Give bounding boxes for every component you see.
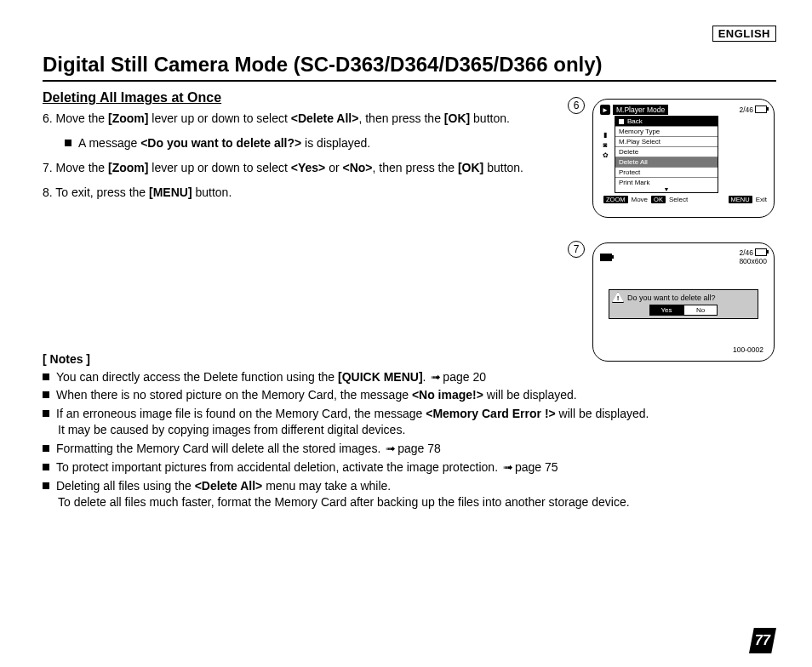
page-number: 77: [749, 628, 776, 653]
note-item: If an erroneous image file is found on t…: [43, 406, 776, 438]
notes-list: You can directly access the Delete funct…: [43, 369, 776, 510]
menu-list: Back Memory Type M.Play Select Delete De…: [615, 116, 718, 193]
page-ref-icon: [429, 370, 443, 384]
step-6: 6. Move the [Zoom] lever up or down to s…: [43, 111, 570, 127]
resolution-label: 800x600: [739, 257, 767, 265]
note-item: When there is no stored picture on the M…: [43, 387, 776, 403]
bullet-icon: [43, 445, 49, 452]
page-title: Digital Still Camera Mode (SC-D363/D364/…: [43, 53, 776, 77]
dialog-no-button[interactable]: No: [683, 305, 718, 316]
confirm-dialog: ! Do you want to delete all? Yes No: [609, 289, 758, 319]
menu-item-mplay-select[interactable]: M.Play Select: [615, 136, 718, 146]
status-info: 2/46 800x600: [739, 248, 767, 265]
bullet-icon: [43, 391, 49, 398]
bullet-icon: [43, 482, 49, 489]
ok-chip: OK: [651, 196, 666, 203]
bullet-icon: [43, 373, 49, 380]
step-8: 8. To exit, press the [MENU] button.: [43, 185, 570, 201]
zoom-chip: ZOOM: [603, 196, 628, 203]
dialog-message: Do you want to delete all?: [627, 294, 716, 302]
menu-item-protect[interactable]: Protect: [615, 167, 718, 177]
bullet-icon: [43, 464, 49, 470]
menu-item-delete-all[interactable]: Delete All: [615, 157, 718, 167]
menu-item-back[interactable]: Back: [615, 117, 718, 126]
camera-icon: ◙: [600, 140, 610, 149]
playback-icon: ►: [600, 105, 610, 115]
mode-title: M.Player Mode: [613, 105, 668, 115]
camera-screen-7: 7 2/46 800x600 ! Do you want to delete a…: [592, 242, 775, 362]
gear-icon: ✿: [600, 151, 610, 159]
image-counter: 2/46: [739, 105, 767, 114]
page-ref-icon: [384, 442, 397, 455]
page-ref-icon: [501, 460, 515, 474]
note-item: Deleting all files using the <Delete All…: [43, 478, 776, 510]
help-bar: ZOOMMove OKSelect MENUExit: [603, 196, 767, 203]
menu-scroll-down-icon: ▼: [615, 187, 718, 192]
note-item: Formatting the Memory Card will delete a…: [43, 441, 776, 457]
step-6-sub: A message <Do you want to delete all?> i…: [43, 135, 570, 151]
warning-icon: !: [612, 292, 624, 303]
battery-icon: [755, 105, 767, 113]
sd-card-icon: ▮: [600, 130, 610, 139]
menu-item-delete[interactable]: Delete: [615, 146, 718, 157]
menu-chip: MENU: [729, 196, 752, 203]
step-badge-6: 6: [568, 97, 585, 114]
file-id-label: 100-0002: [733, 345, 763, 354]
note-item: To protect important pictures from accid…: [43, 459, 776, 476]
camera-screen-6: 6 ► M.Player Mode 2/46 ▮ ◙ ✿ Back Memory…: [592, 99, 775, 218]
bullet-icon: [65, 140, 71, 146]
bullet-icon: [43, 410, 49, 417]
battery-icon: [600, 254, 612, 261]
battery-icon: [755, 248, 767, 256]
step-badge-7: 7: [568, 241, 585, 258]
title-divider: [43, 80, 776, 82]
language-indicator: ENGLISH: [712, 26, 776, 42]
menu-item-memory-type[interactable]: Memory Type: [615, 126, 718, 136]
instruction-steps: 6. Move the [Zoom] lever up or down to s…: [43, 111, 570, 201]
side-icon-column: ▮ ◙ ✿: [600, 130, 612, 161]
step-7: 7. Move the [Zoom] lever up or down to s…: [43, 160, 570, 176]
note-item: You can directly access the Delete funct…: [43, 369, 776, 385]
dialog-yes-button[interactable]: Yes: [649, 305, 683, 316]
